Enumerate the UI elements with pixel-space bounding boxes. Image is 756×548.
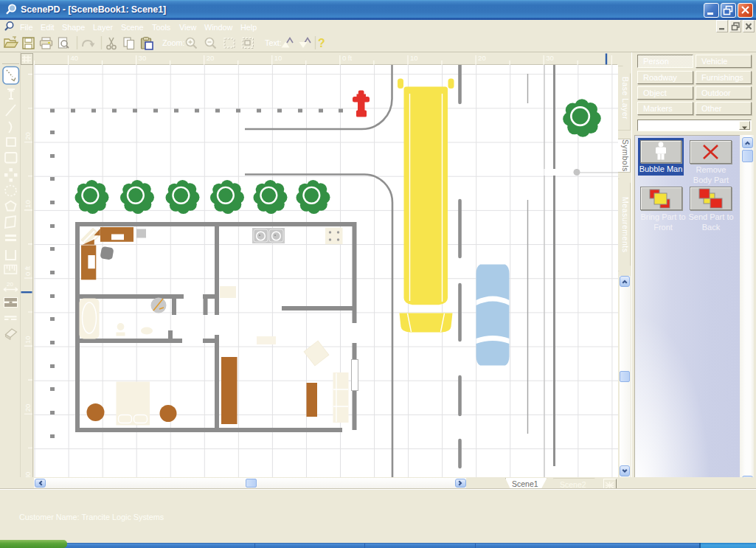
svg-text:40: 40 [71,54,79,62]
svg-text:20: 20 [478,54,486,62]
svg-text:10: 10 [24,336,32,344]
svg-text:10: 10 [274,54,282,62]
svg-text:30: 30 [546,54,554,62]
svg-text:?: ? [318,37,325,49]
svg-text:30: 30 [139,54,147,62]
svg-text:20: 20 [24,404,32,412]
svg-text:0 ft: 0 ft [24,266,32,276]
svg-text:20: 20 [7,281,13,288]
svg-text:10: 10 [24,200,32,208]
svg-text:20: 20 [207,54,215,62]
svg-text:Zoom:: Zoom: [162,38,185,47]
svg-text:10: 10 [410,54,418,62]
svg-text:0 ft: 0 ft [342,54,353,62]
svg-text:Text:: Text: [265,38,282,47]
svg-text:20: 20 [24,132,32,140]
